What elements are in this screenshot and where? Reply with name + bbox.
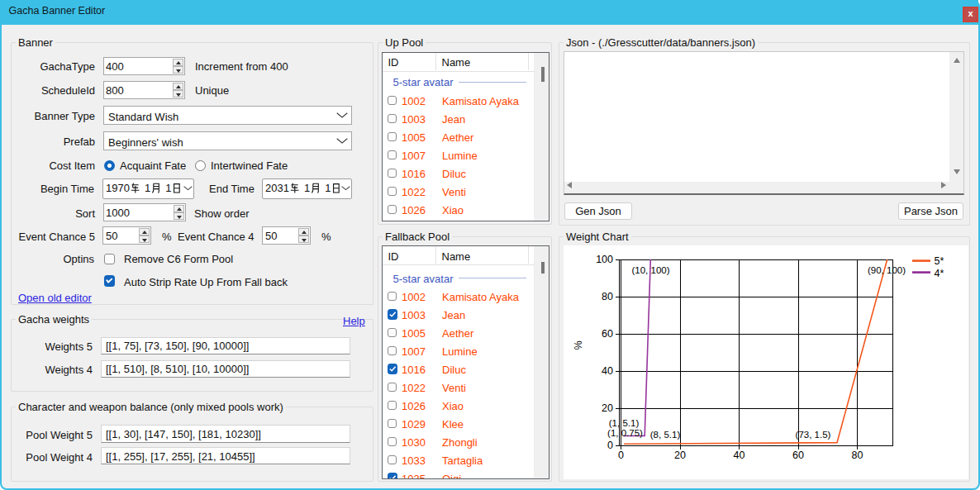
svg-text:%: % (573, 340, 584, 350)
svg-text:80: 80 (602, 291, 613, 302)
svg-text:80: 80 (852, 450, 863, 461)
svg-text:(90, 100): (90, 100) (868, 265, 906, 275)
svg-text:60: 60 (792, 450, 804, 461)
svg-text:20: 20 (674, 450, 686, 461)
svg-text:40: 40 (602, 365, 613, 377)
svg-text:4*: 4* (935, 268, 944, 279)
svg-text:(1, 5.1): (1, 5.1) (609, 418, 640, 428)
svg-text:(8, 5.1): (8, 5.1) (650, 430, 681, 440)
svg-text:5*: 5* (935, 255, 944, 267)
svg-text:0: 0 (618, 450, 624, 461)
svg-text:(73, 1.5): (73, 1.5) (796, 430, 831, 440)
svg-text:40: 40 (734, 450, 745, 461)
svg-text:60: 60 (602, 328, 613, 340)
svg-text:0: 0 (607, 440, 613, 451)
svg-text:(10, 100): (10, 100) (631, 265, 669, 275)
svg-text:100: 100 (596, 254, 613, 265)
svg-text:20: 20 (602, 402, 613, 414)
svg-text:(1, 0.75): (1, 0.75) (607, 428, 643, 438)
